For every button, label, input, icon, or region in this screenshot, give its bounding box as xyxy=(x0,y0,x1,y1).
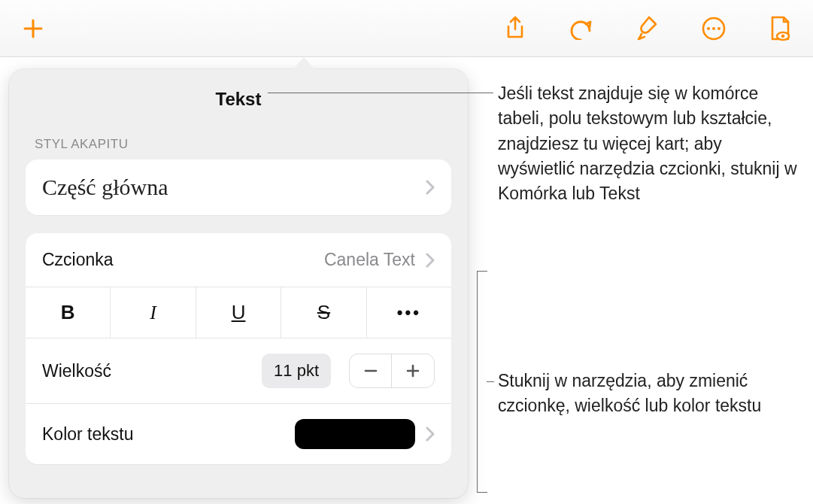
more-text-options-button[interactable]: ••• xyxy=(367,287,451,338)
popover-arrow xyxy=(290,57,317,72)
paragraph-style-row[interactable]: Część główna xyxy=(26,159,451,215)
size-row: Wielkość 11 pkt xyxy=(26,339,451,404)
chevron-right-icon xyxy=(426,253,435,268)
more-icon[interactable] xyxy=(696,11,732,47)
chevron-right-icon xyxy=(426,180,435,195)
toolbar xyxy=(0,0,813,57)
share-icon[interactable] xyxy=(497,11,533,47)
panel-title: Tekst xyxy=(9,74,468,137)
paragraph-style-section-label: STYL AKAPITU xyxy=(9,137,468,159)
callout-top: Jeśli tekst znajduje się w komórce tabel… xyxy=(498,81,799,207)
text-style-row: B I U S ••• xyxy=(26,287,451,339)
svg-point-1 xyxy=(707,27,710,30)
format-panel: Tekst STYL AKAPITU Część główna Czcionka… xyxy=(9,69,468,498)
svg-point-2 xyxy=(712,27,715,30)
chevron-right-icon xyxy=(426,427,435,442)
format-brush-icon[interactable] xyxy=(629,11,666,47)
strikethrough-button[interactable]: S xyxy=(281,287,366,338)
size-decrease-button[interactable] xyxy=(350,354,392,387)
bold-button[interactable]: B xyxy=(26,287,111,338)
text-color-row[interactable]: Kolor tekstu xyxy=(26,404,451,464)
italic-button[interactable]: I xyxy=(111,287,196,338)
ellipsis-icon: ••• xyxy=(397,303,421,323)
callout-line-bottom xyxy=(487,381,494,382)
svg-point-5 xyxy=(781,34,785,38)
plus-icon[interactable] xyxy=(15,11,51,47)
font-settings-card: Czcionka Canela Text B I U S ••• Wielkoś… xyxy=(26,233,451,464)
svg-point-3 xyxy=(717,27,720,30)
callout-bottom: Stuknij w narzędzia, aby zmienić czcionk… xyxy=(498,369,799,419)
font-row[interactable]: Czcionka Canela Text xyxy=(26,233,451,287)
text-color-label: Kolor tekstu xyxy=(42,424,133,445)
size-stepper xyxy=(349,354,435,388)
text-color-swatch xyxy=(295,419,415,449)
size-label: Wielkość xyxy=(42,361,111,381)
undo-icon[interactable] xyxy=(563,11,599,47)
underline-button[interactable]: U xyxy=(196,287,281,338)
callout-bracket-bottom xyxy=(477,271,487,493)
paragraph-style-name: Część główna xyxy=(42,175,426,200)
size-increase-button[interactable] xyxy=(392,354,434,387)
font-label: Czcionka xyxy=(42,250,114,270)
document-view-icon[interactable] xyxy=(762,11,798,47)
callout-line-top xyxy=(268,93,493,93)
font-value: Canela Text xyxy=(324,250,415,270)
size-value[interactable]: 11 pkt xyxy=(262,354,331,388)
paragraph-style-card: Część główna xyxy=(26,159,451,215)
